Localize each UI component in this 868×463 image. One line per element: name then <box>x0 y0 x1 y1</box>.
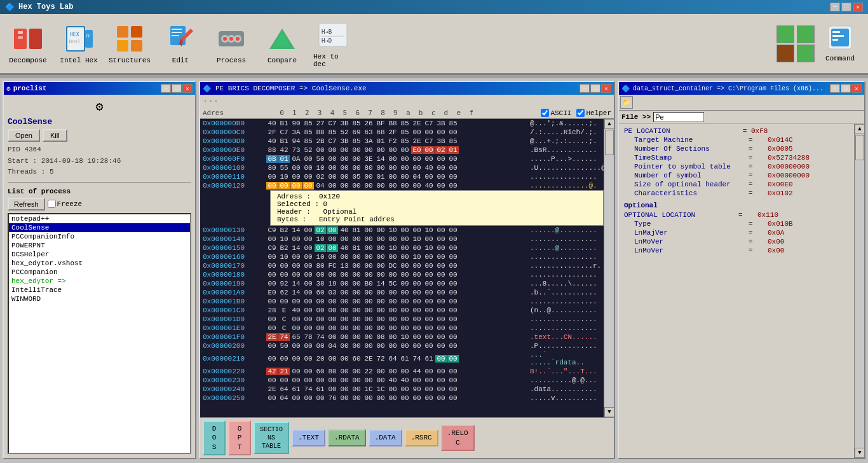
hex-byte[interactable]: 26 <box>363 120 374 127</box>
hex-byte[interactable]: 00 <box>447 262 459 270</box>
hex-byte[interactable]: 00 <box>399 235 410 243</box>
hex-byte[interactable]: 00 <box>435 355 447 363</box>
list-item[interactable]: PCCompanionInfo <box>9 232 190 241</box>
hex-byte[interactable]: 3B <box>435 120 447 127</box>
hex-byte[interactable]: 00 <box>399 173 410 181</box>
hex-byte[interactable]: 00 <box>435 253 447 261</box>
table-row[interactable]: 0x000000D040B194852BC73B853A01F2852EC73B… <box>200 137 604 146</box>
hex-byte[interactable]: C <box>278 324 290 332</box>
hex-byte[interactable]: 14 <box>290 244 302 252</box>
hex-byte[interactable]: 00 <box>339 289 350 296</box>
proclist-maximize[interactable]: □ <box>172 84 182 93</box>
table-row[interactable]: 0x000002402E646174610000001C1C0000900000… <box>200 385 604 394</box>
hex-byte[interactable]: 00 <box>399 271 410 279</box>
hex-byte[interactable]: 2E <box>266 385 278 393</box>
hex-byte[interactable]: 00 <box>278 355 290 363</box>
hex-byte[interactable]: 00 <box>411 394 423 402</box>
hex-byte[interactable]: 10 <box>399 333 410 341</box>
list-item[interactable]: IntelliTrace <box>9 286 190 294</box>
list-item[interactable]: notepad++ <box>9 214 190 223</box>
hex-byte[interactable]: 00 <box>387 324 398 332</box>
hex-byte[interactable]: 00 <box>447 128 459 136</box>
hex-byte[interactable]: 00 <box>302 235 314 243</box>
hex-byte[interactable]: 85 <box>399 120 410 127</box>
hex-byte[interactable]: 00 <box>363 394 374 402</box>
freeze-checkbox[interactable] <box>48 200 56 208</box>
hex-byte[interactable]: 00 <box>266 342 278 350</box>
hex-byte[interactable]: 00 <box>327 253 338 261</box>
hex-byte[interactable]: 00 <box>363 173 374 181</box>
hex-byte[interactable]: 19 <box>327 280 338 287</box>
hex-byte[interactable]: 00 <box>387 342 398 350</box>
table-row[interactable]: 0x000000E0884273520000000000000000E00002… <box>200 146 604 155</box>
hex-byte[interactable]: DC <box>387 262 398 270</box>
hex-byte[interactable]: 00 <box>266 315 278 323</box>
hex-byte[interactable]: 00 <box>351 164 362 172</box>
hex-byte[interactable]: 00 <box>423 128 435 136</box>
hex-byte[interactable]: 68 <box>375 128 386 136</box>
hex-byte[interactable]: 88 <box>266 146 278 154</box>
hex-byte[interactable]: 00 <box>387 182 398 190</box>
hex-byte[interactable]: C <box>278 315 290 323</box>
proclist-minimize[interactable]: ─ <box>161 84 171 93</box>
table-row[interactable]: 0x000001900092140038190000B0145C09000000… <box>200 279 604 288</box>
hex-byte[interactable]: 40 <box>387 377 398 384</box>
hex-byte[interactable]: 00 <box>302 342 314 350</box>
hex-byte[interactable]: 72 <box>375 355 386 363</box>
hex-byte[interactable]: 00 <box>435 298 447 305</box>
hex-byte[interactable]: 42 <box>278 146 290 154</box>
hex-byte[interactable]: 80 <box>315 262 326 270</box>
hex-byte[interactable]: 00 <box>423 271 435 279</box>
hex-byte[interactable]: 00 <box>363 298 374 305</box>
hex-byte[interactable]: 00 <box>339 280 350 287</box>
hex-byte[interactable]: 00 <box>375 394 386 402</box>
hex-byte[interactable]: 00 <box>435 280 447 287</box>
hex-byte[interactable]: 00 <box>290 271 302 279</box>
hex-byte[interactable]: 00 <box>327 271 338 279</box>
hex-byte[interactable]: 00 <box>327 298 338 305</box>
hex-byte[interactable]: 00 <box>423 377 435 384</box>
hex-byte[interactable]: 55 <box>278 164 290 172</box>
hex-byte[interactable]: 00 <box>423 298 435 305</box>
table-row[interactable]: 0x000000C02FC73A85B885526963682F85000000… <box>200 128 604 137</box>
hex-byte[interactable]: 44 <box>411 368 423 375</box>
hex-byte[interactable]: 80 <box>266 164 278 172</box>
hex-byte[interactable]: 00 <box>351 146 362 154</box>
hex-byte[interactable]: 00 <box>363 324 374 332</box>
kill-button[interactable]: Kill <box>43 129 67 142</box>
hex-byte[interactable]: 00 <box>411 307 423 314</box>
hex-byte[interactable]: 00 <box>339 342 350 350</box>
hex-byte[interactable]: 00 <box>351 182 362 190</box>
list-item[interactable]: PCCompanion <box>9 268 190 277</box>
hex-byte[interactable]: 00 <box>302 253 314 261</box>
compare-button[interactable]: Compare <box>259 18 305 69</box>
hex-byte[interactable]: FC <box>327 262 338 270</box>
hex-byte[interactable]: 00 <box>302 226 314 234</box>
hex-byte[interactable]: 00 <box>327 324 338 332</box>
hex-byte[interactable]: 74 <box>411 355 423 363</box>
hex-byte[interactable]: 00 <box>266 394 278 402</box>
hex-byte[interactable]: 02 <box>435 146 447 154</box>
table-row[interactable]: 0x00000110001000000200000500010000040000… <box>200 172 604 181</box>
table-row[interactable]: 0x00000140001000001000000000000000100000… <box>200 235 604 244</box>
hex-byte[interactable]: 00 <box>302 280 314 287</box>
hex-byte[interactable]: 00 <box>447 394 459 402</box>
hex-byte[interactable]: 00 <box>387 307 398 314</box>
hex-byte[interactable]: 00 <box>423 235 435 243</box>
hex-byte[interactable]: 40 <box>423 182 435 190</box>
hex-byte[interactable]: 00 <box>423 394 435 402</box>
hex-byte[interactable]: 00 <box>339 333 350 341</box>
hex-byte[interactable]: 02 <box>315 226 326 234</box>
hex-byte[interactable]: 00 <box>387 173 398 181</box>
hex-byte[interactable]: 20 <box>315 355 326 363</box>
table-row[interactable]: 0x000001F02E7465787400000000080010000000… <box>200 333 604 342</box>
hex-byte[interactable]: 00 <box>339 298 350 305</box>
hex-byte[interactable]: 00 <box>363 244 374 252</box>
hex-byte[interactable]: 00 <box>411 289 423 296</box>
hex-byte[interactable]: 00 <box>423 262 435 270</box>
hex-byte[interactable]: 00 <box>266 280 278 287</box>
hex-byte[interactable]: 00 <box>302 262 314 270</box>
table-row[interactable]: 0x000001E000C000000000000000000000000000… <box>200 324 604 333</box>
hex-byte[interactable]: 42 <box>266 368 278 375</box>
open-button[interactable]: Open <box>8 129 40 142</box>
